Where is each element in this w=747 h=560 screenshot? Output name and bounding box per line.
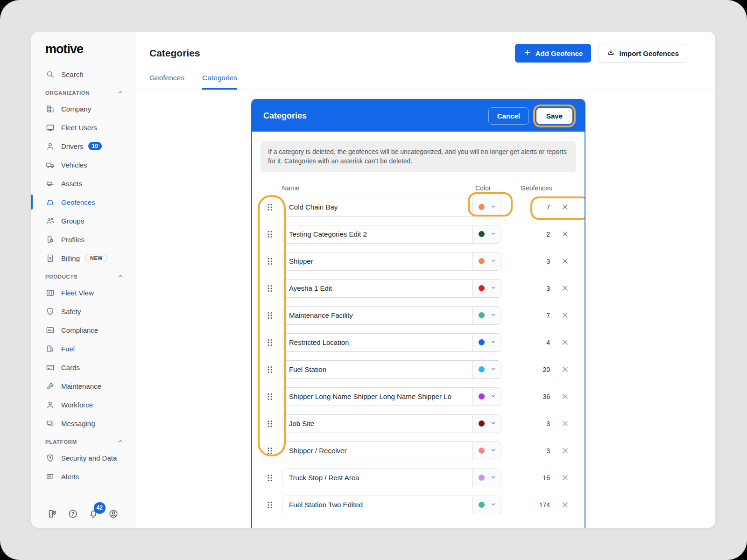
sidebar-item-search[interactable]: Search [31,65,135,84]
category-color-select[interactable] [472,225,501,243]
sidebar-item-messaging[interactable]: Messaging [31,414,135,433]
category-name-input[interactable] [282,469,472,487]
tab-categories[interactable]: Categories [202,74,237,90]
category-name-input[interactable] [282,415,472,433]
sidebar-item-vehicles[interactable]: Vehicles [31,155,135,174]
drag-handle-icon[interactable] [261,420,278,427]
sidebar-item-label: Workforce [61,401,93,409]
category-color-select[interactable] [472,496,501,514]
save-button[interactable]: Save [536,108,572,124]
sidebar-item-fleet-view[interactable]: Fleet View [31,283,135,302]
sidebar-item-alerts[interactable]: Alerts [31,467,135,486]
category-name-input[interactable] [282,225,472,243]
delete-category-button[interactable] [559,445,571,456]
page-title: Categories [149,48,200,59]
delete-category-button[interactable] [559,499,571,511]
modal-actions: Cancel Save [488,107,572,125]
delete-category-button[interactable] [559,283,571,294]
chevron-up-icon[interactable] [117,438,124,446]
chevron-down-icon [490,474,496,482]
category-name-color-group [282,441,501,460]
sidebar-item-maintenance[interactable]: Maintenance [31,377,135,395]
category-name-input[interactable] [282,388,472,406]
sidebar-item-safety[interactable]: Safety [31,302,135,321]
main-header: Categories Add Geofence Import Geofences [135,32,715,63]
sidebar-item-label: Assets [61,180,82,188]
sidebar-item-geofences[interactable]: Geofences [31,193,135,211]
sidebar-item-groups[interactable]: Groups [31,211,135,230]
category-color-select[interactable] [472,442,501,460]
help-icon[interactable]: ? [67,508,78,519]
category-row: 3 [252,441,585,460]
delete-category-button[interactable] [559,310,571,321]
sidebar-item-cards[interactable]: Cards [31,358,135,377]
delete-category-button[interactable] [559,391,571,402]
geofence-count: 20 [501,366,551,373]
import-geofences-button[interactable]: Import Geofences [599,44,687,63]
sidebar-item-compliance[interactable]: Compliance [31,321,135,339]
sidebar-item-label: Fuel [61,345,75,353]
drag-handle-icon[interactable] [261,258,278,265]
category-color-select[interactable] [472,415,501,433]
category-name-input[interactable] [282,496,472,514]
drag-handle-icon[interactable] [261,447,278,455]
category-name-input[interactable] [282,334,472,351]
chevron-up-icon[interactable] [117,273,124,280]
category-name-color-group [282,225,501,244]
drag-handle-icon[interactable] [261,312,278,319]
category-name-input[interactable] [282,252,472,270]
chevron-down-icon [490,366,496,373]
drag-handle-icon[interactable] [261,339,278,346]
cancel-button[interactable]: Cancel [488,107,529,125]
delete-category-button[interactable] [559,202,571,213]
delete-category-button[interactable] [559,364,571,375]
category-color-select[interactable] [472,469,501,487]
category-color-select[interactable] [472,334,501,351]
category-color-select[interactable] [472,388,501,406]
sidebar-item-security-and-data[interactable]: Security and Data [31,448,135,467]
delete-category-button[interactable] [559,337,571,348]
bell-icon[interactable]: 42 [88,508,99,519]
drag-handle-icon[interactable] [261,393,278,400]
shield-lock-icon [45,453,55,462]
delete-category-button[interactable] [559,256,571,267]
guide-icon[interactable] [47,508,58,519]
category-name-input[interactable] [282,307,472,324]
delete-category-button[interactable] [559,472,571,483]
sidebar-item-assets[interactable]: Assets [31,174,135,193]
category-name-input[interactable] [282,280,472,297]
sidebar-item-workforce[interactable]: Workforce [31,395,135,414]
delete-category-button[interactable] [559,418,571,429]
category-name-input[interactable] [282,442,472,460]
add-geofence-button[interactable]: Add Geofence [515,44,592,63]
chevron-down-icon [490,203,496,211]
category-color-select[interactable] [472,361,501,378]
drag-handle-icon[interactable] [261,231,278,238]
drag-handle-icon[interactable] [261,285,278,292]
category-rows: 72337420363315174 [252,198,585,514]
sidebar-item-fuel[interactable]: Fuel [31,339,135,358]
category-row: 15 [252,469,585,487]
drag-handle-icon[interactable] [261,203,278,211]
category-name-color-group [282,496,501,514]
delete-category-button[interactable] [559,229,571,240]
category-color-select[interactable] [472,280,501,297]
category-name-input[interactable] [282,198,472,216]
category-color-select[interactable] [472,307,501,324]
tab-geofences[interactable]: Geofences [149,74,184,90]
account-icon[interactable] [108,508,119,519]
chevron-up-icon[interactable] [117,89,124,97]
sidebar-item-company[interactable]: Company [31,99,135,118]
sidebar-item-billing[interactable]: $BillingNEW [31,249,135,267]
drag-handle-icon[interactable] [261,366,278,373]
category-color-select[interactable] [472,252,501,270]
category-color-select[interactable] [472,198,501,216]
drag-handle-icon[interactable] [261,501,278,509]
sidebar-item-label: Alerts [61,473,79,481]
modal-header: Categories Cancel Save [252,100,585,132]
sidebar-item-drivers[interactable]: Drivers10 [31,137,135,155]
drag-handle-icon[interactable] [261,474,278,482]
sidebar-item-profiles[interactable]: Profiles [31,230,135,249]
sidebar-item-fleet-users[interactable]: Fleet Users [31,118,135,137]
category-name-input[interactable] [282,361,472,378]
